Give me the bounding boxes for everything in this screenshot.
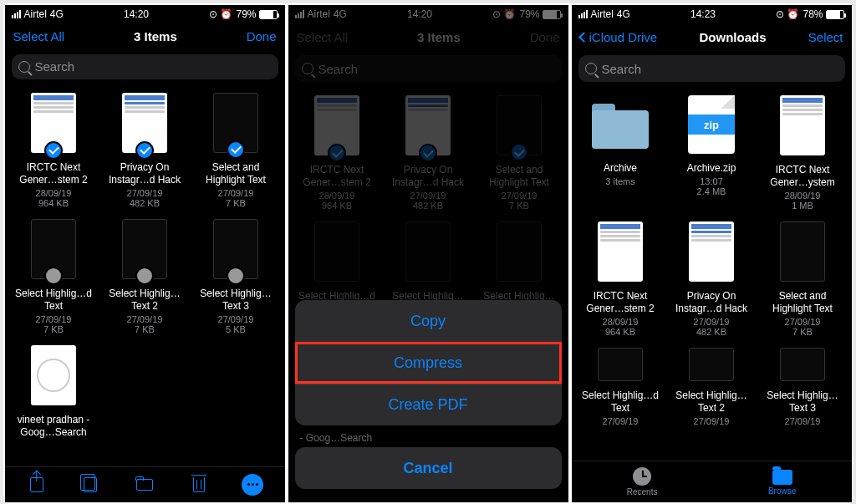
duplicate-icon [84,477,97,492]
file-thumbnail [497,95,542,155]
file-item[interactable]: Select Highlig…d Text 27/09/19 7 KB [10,219,98,340]
file-size: 482 KB [130,198,160,208]
file-item[interactable]: Select Highlig…Text 3 27/09/19 5 KB [192,219,280,340]
share-icon [30,477,43,492]
file-size: 7 KB [792,327,813,337]
folder-item[interactable]: Archive 3 items [577,95,665,216]
file-thumbnail [598,221,643,282]
nav-title: 3 Items [134,29,177,43]
tab-browse[interactable]: Browse [768,468,796,496]
select-button[interactable]: Select [808,30,843,44]
network-label: 4G [50,8,64,20]
file-date: 28/09/19 [603,317,639,327]
nav-title: Downloads [699,30,766,44]
file-item: Select and Highlight Text 27/09/19 7 KB [476,95,563,216]
done-button[interactable]: Done [247,29,277,43]
file-date: 27/09/19 [218,314,254,324]
nav-title: 3 Items [417,30,461,44]
file-thumbnail [213,219,258,279]
check-circle-icon [44,267,63,285]
share-button[interactable] [26,474,48,496]
file-item[interactable]: Select and Highlight Text 27/09/19 7 KB [759,221,847,343]
file-name: Select Highlig…Text 3 [192,288,280,313]
file-item[interactable]: zip Archive.zip 13:07 2.4 MB [668,95,756,216]
file-name: IRCTC Next Gener…stem 2 [577,290,665,315]
file-date: 27/09/19 [603,416,639,426]
file-date: 27/09/19 [127,188,163,198]
search-icon [18,61,30,73]
file-date: 28/09/19 [785,191,821,201]
tab-recents[interactable]: Recents [627,467,658,496]
move-button[interactable] [134,474,155,496]
network-label: 4G [334,8,347,20]
file-size: 7 KB [509,201,529,211]
search-placeholder: Search [318,62,359,76]
file-date: 27/09/19 [410,191,446,201]
nav-bar: Select All 3 Items Done [5,22,285,51]
file-item[interactable]: Select and Highlight Text 27/09/19 7 KB [192,93,280,214]
clock-label: 14:23 [690,8,716,20]
search-icon [585,63,597,74]
check-circle-icon [227,267,245,285]
file-name: Privacy On Instagr…d Hack [385,164,472,189]
signal-icon [295,10,304,18]
file-item[interactable]: vineet pradhan - Goog…Search [10,345,98,466]
file-item[interactable]: IRCTC Next Gener…stem 2 28/09/19 964 KB [10,93,98,214]
clock-label: 14:20 [407,8,432,20]
file-name: Select Highlig…Text 3 [759,389,847,415]
copy-button[interactable]: Copy [295,300,562,342]
cancel-button[interactable]: Cancel [295,447,562,489]
file-item: IRCTC Next Gener…stem 2 28/09/19 964 KB [293,95,381,216]
file-date: 27/09/19 [694,416,730,426]
file-name: Select and Highlight Text [476,164,563,189]
back-button[interactable]: iCloud Drive [580,30,658,44]
action-sheet: Copy Compress Create PDF - Goog…Search C… [295,300,562,496]
file-item[interactable]: Privacy On Instagr…d Hack 27/09/19 482 K… [668,221,756,343]
file-thumbnail [780,95,825,155]
file-name: IRCTC Next Gener…stem 2 [293,164,381,189]
search-placeholder: Search [35,59,75,74]
alarm-icon: ⊙ ⏰ [209,8,232,20]
more-icon [242,474,263,496]
file-name: Privacy On Instagr…d Hack [668,290,756,315]
file-name: Select and Highlight Text [759,290,847,315]
clock-label: 14:20 [124,8,149,20]
file-item[interactable]: IRCTC Next Gener…stem 2 28/09/19 964 KB [577,221,665,343]
folder-icon [136,479,153,491]
battery-label: 79% [236,8,256,20]
file-size: 2.4 MB [697,186,726,196]
nav-bar: Select All 3 Items Done [288,22,568,52]
file-item[interactable]: Select Highlig…Text 3 27/09/19 [759,348,847,426]
file-size: 964 KB [605,327,635,337]
file-thumbnail [122,93,167,153]
compress-button[interactable]: Compress [295,342,562,384]
battery-icon [543,10,561,19]
file-grid: IRCTC Next Gener…stem 2 28/09/19 964 KB … [5,88,285,466]
file-item[interactable]: Select Highlig…Text 2 27/09/19 7 KB [101,219,189,340]
file-thumbnail [314,221,359,282]
file-size: 7 KB [135,324,155,334]
file-item[interactable]: Select Highlig…Text 2 27/09/19 [668,348,756,426]
delete-button[interactable] [188,474,210,496]
battery-icon [826,10,844,19]
file-thumbnail [31,93,76,153]
network-label: 4G [617,8,630,20]
duplicate-button[interactable] [79,474,101,496]
file-thumbnail [213,93,258,153]
file-item[interactable]: Select Highlig…d Text 27/09/19 [577,348,665,426]
done-button: Done [530,30,560,44]
battery-icon [259,10,278,19]
peek-label: - Goog…Search [295,432,562,447]
search-input[interactable]: Search [12,54,278,79]
alarm-icon: ⊙ ⏰ [492,8,516,20]
nav-bar: iCloud Drive Downloads Select [572,22,852,52]
battery-label: 78% [802,8,823,20]
select-all-button[interactable]: Select All [13,29,65,43]
file-item[interactable]: Privacy On Instagr…d Hack 27/09/19 482 K… [101,93,189,214]
more-button[interactable] [242,474,263,496]
file-size: 5 KB [226,324,246,334]
tab-label: Browse [768,486,796,496]
create-pdf-button[interactable]: Create PDF [295,384,562,425]
file-item[interactable]: IRCTC Next Gener…ystem 28/09/19 1 MB [759,95,847,216]
search-input[interactable]: Search [578,55,845,82]
